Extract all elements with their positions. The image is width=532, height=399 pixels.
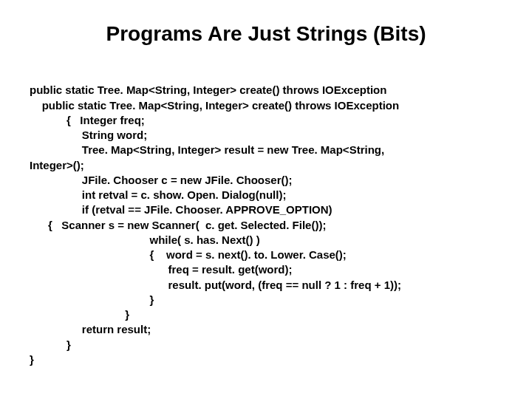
code-block: public static Tree. Map<String, Integer>… xyxy=(30,68,502,382)
code-line: { Integer freq; xyxy=(30,114,145,126)
code-line: } xyxy=(30,353,34,366)
code-line: if (retval == JFile. Chooser. APPROVE_OP… xyxy=(30,203,332,216)
code-line: Tree. Map<String, Integer> result = new … xyxy=(30,143,384,156)
code-line: freq = result. get(word); xyxy=(30,263,292,276)
code-line: } xyxy=(30,308,129,321)
code-line: public static Tree. Map<String, Integer>… xyxy=(30,83,386,96)
code-line: result. put(word, (freq == null ? 1 : fr… xyxy=(30,279,401,291)
code-line: int retval = c. show. Open. Dialog(null)… xyxy=(30,188,286,201)
code-line: } xyxy=(30,338,71,351)
slide: Programs Are Just Strings (Bits) public … xyxy=(0,0,532,399)
code-line: return result; xyxy=(30,323,151,335)
code-line: } xyxy=(30,293,154,306)
code-line: { Scanner s = new Scanner( c. get. Selec… xyxy=(30,219,326,231)
code-line: JFile. Chooser c = new JFile. Chooser(); xyxy=(30,174,293,186)
code-line: { word = s. next(). to. Lower. Case(); xyxy=(30,248,347,261)
code-line: while( s. has. Next() ) xyxy=(30,233,260,246)
code-line: public static Tree. Map<String, Integer>… xyxy=(30,99,399,112)
code-line: Integer>(); xyxy=(30,159,84,171)
code-line: String word; xyxy=(30,129,147,141)
slide-title: Programs Are Just Strings (Bits) xyxy=(30,22,502,46)
